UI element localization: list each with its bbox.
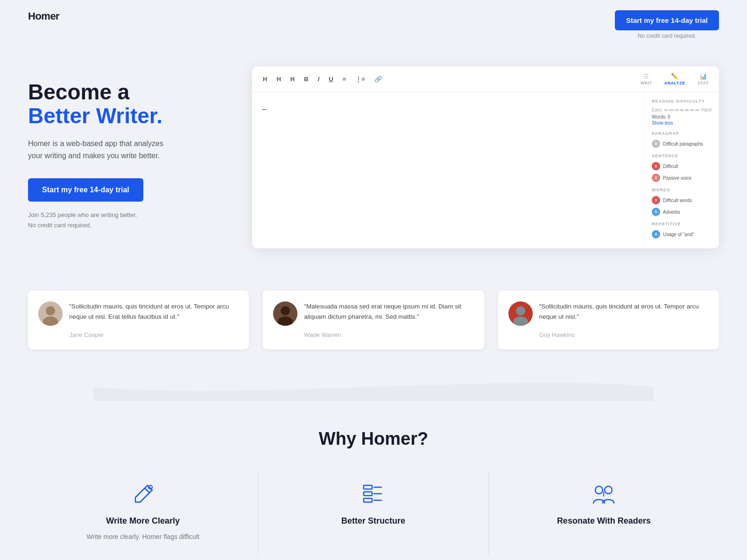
avatar-guy-hawkins [508,301,533,326]
feature-card-better-structure: Better Structure [258,472,488,556]
tab-write-label: WRIT [641,81,652,85]
feature-card-resonate: Resonate With Readers [489,472,719,556]
write-clearly-icon [130,482,156,508]
feature-desc-write-clearly: Write more clearly. Homer flags difficul… [86,532,199,542]
better-structure-icon [360,482,386,508]
hero-cta-button[interactable]: Start my free 14-day trial [28,178,143,202]
badge-difficult: 0 [652,162,660,170]
stat-text-adverbs: Adverbs [663,210,680,215]
reading-difficulty-meter: Easy Hard [652,107,712,112]
tab-analyze-label: ANALYZE [664,81,685,85]
testimonial-card-3: "Sollicitudin mauris, quis tincidunt at … [498,290,719,350]
hero-title-blue: Better Writer. [28,104,224,128]
write-icon: ☰ [643,73,649,80]
toolbar-h2-button[interactable]: H [274,74,283,84]
badge-difficult-paragraphs: 0 [652,140,660,148]
svg-point-16 [595,486,603,494]
toolbar-h1-button[interactable]: H [261,74,269,84]
badge-passive-voice: 0 [652,174,660,182]
why-homer-section: Why Homer? Write More Clearly Write more… [0,401,747,560]
avatar-jane-cooper [38,301,63,326]
editor-cursor: _ [262,102,267,110]
testimonial-3-content: "Sollicitudin mauris, quis tincidunt at … [508,301,709,326]
repetitive-label: REPETITIVE [652,222,712,226]
toolbar-ol-button[interactable]: ⋮≡ [353,74,367,84]
avatar-wade-warren [273,301,297,326]
testimonial-1-quote: "Sollicitudin mauris, quis tincidunt at … [69,301,239,322]
svg-rect-12 [364,498,372,502]
feature-title-resonate: Resonate With Readers [557,516,651,526]
hero-title-plain: Become a [28,80,224,104]
hero-left: Become a Better Writer. Homer is a web-b… [28,66,224,231]
toolbar-link-button[interactable]: 🔗 [372,74,384,84]
stat-row-adverbs: 0 Adverbs [652,208,712,216]
tab-stat-label: STAT [698,81,709,85]
tab-stat[interactable]: 📊 STAT [696,72,711,86]
testimonial-3-name: Guy Hawkins [539,331,709,338]
toolbar-italic-button[interactable]: I [316,74,322,84]
toolbar-h3-button[interactable]: H [288,74,297,84]
tab-analyze[interactable]: ✏️ ANALYZE [662,72,687,86]
toolbar-bold-button[interactable]: B [302,74,310,84]
wave-divider [0,373,747,401]
svg-rect-10 [364,485,372,489]
meter-easy-label: Easy [652,107,662,112]
paragrap-label: PARAGRAP [652,131,712,136]
badge-difficult-words: 0 [652,196,660,204]
stat-text-usage-and: Usage of "and" [663,232,694,237]
testimonials-grid: "Sollicitudin mauris, quis tincidunt at … [28,290,719,350]
analyze-icon: ✏️ [671,73,678,80]
editor-card: H H H B I U ≡ ⋮≡ 🔗 ☰ WRIT ✏️ ANALYZE 📊 [252,66,719,248]
badge-adverbs: 0 [652,208,660,216]
editor-toolbar: H H H B I U ≡ ⋮≡ 🔗 ☰ WRIT ✏️ ANALYZE 📊 [252,66,719,92]
testimonial-2-content: "Malesuada massa sed erat neque ipsum mi… [273,301,473,326]
header-cta-button[interactable]: Start my free 14-day trial [615,10,719,30]
testimonial-2-name: Wade Warren [304,331,473,338]
editor-body: _ READING DIFFICULTY Easy Ha [252,92,719,248]
meter-hard-label: Hard [701,107,712,112]
logo: Homer [28,10,59,22]
editor-tab-bar: ☰ WRIT ✏️ ANALYZE 📊 STAT [639,72,711,86]
features-grid: Write More Clearly Write more clearly. H… [28,472,719,556]
svg-point-1 [46,306,55,315]
stat-row-difficult-paragraphs: 0 Difficult paragraphs [652,140,712,148]
testimonial-card-2: "Malesuada massa sed erat neque ipsum mi… [263,290,484,350]
stat-text-difficult-words: Difficult words [663,198,692,203]
words-section-label: WORDS [652,188,712,192]
testimonial-3-quote: "Sollicitudin mauris, quis tincidunt at … [539,301,709,322]
header-right: Start my free 14-day trial No credit car… [615,10,719,39]
stat-text-passive-voice: Passive voice [663,175,691,181]
stat-row-difficult-words: 0 Difficult words [652,196,712,204]
svg-point-17 [605,486,612,494]
stat-row-usage-and: 0 Usage of "and" [652,230,712,238]
svg-rect-11 [364,492,372,496]
feature-title-write-clearly: Write More Clearly [106,516,180,526]
testimonial-card-1: "Sollicitudin mauris, quis tincidunt at … [28,290,249,350]
show-less-button[interactable]: Show less [652,120,712,126]
reading-difficulty-label: READING DIFFICULTY [652,99,712,104]
meter-bar [664,109,699,111]
editor-analyze-sidebar: READING DIFFICULTY Easy Hard Words: 0 [644,92,719,248]
stat-text-difficult: Difficult [663,164,678,169]
hero-subtitle: Homer is a web-based app that analyzesyo… [28,138,224,161]
toolbar-list-button[interactable]: ≡ [340,74,349,84]
testimonial-2-quote: "Malesuada massa sed erat neque ipsum mi… [304,301,473,322]
toolbar-underline-button[interactable]: U [326,74,335,84]
hero-section: Become a Better Writer. Homer is a web-b… [0,48,747,276]
testimonial-1-name: Jane Cooper [69,331,239,338]
testimonial-1-content: "Sollicitudin mauris, quis tincidunt at … [38,301,239,326]
svg-point-7 [516,306,525,315]
stat-row-passive-voice: 0 Passive voice [652,174,712,182]
why-title: Why Homer? [28,429,719,449]
feature-title-better-structure: Better Structure [341,516,405,526]
stat-text-difficult-paragraphs: Difficult paragraphs [663,141,703,147]
badge-usage-and: 0 [652,230,660,238]
svg-point-4 [281,306,290,315]
sentence-label: SENTENCE [652,154,712,158]
hero-join-text: Join 5,235 people who are writing better… [28,210,224,231]
editor-main[interactable]: _ [252,92,644,248]
stat-icon: 📊 [699,73,707,80]
testimonials-section: "Sollicitudin mauris, quis tincidunt at … [0,276,747,373]
tab-write[interactable]: ☰ WRIT [639,72,654,86]
header-no-cc: No credit card required. [638,33,696,39]
